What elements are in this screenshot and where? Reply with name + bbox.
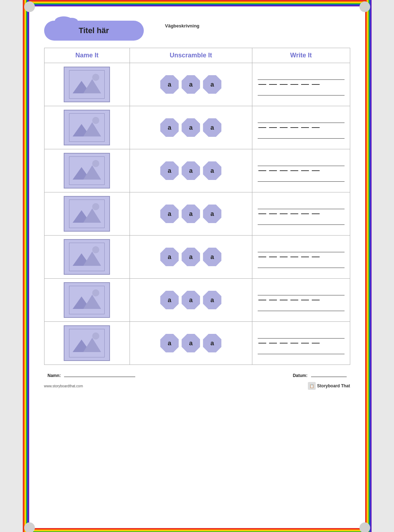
write-cell — [252, 279, 350, 322]
name-cell — [44, 106, 130, 149]
dash — [258, 257, 266, 257]
letter-bubble: a — [182, 334, 200, 352]
table-header-row: Name It Unscramble It Write It — [44, 48, 350, 63]
svg-point-7 — [92, 117, 99, 124]
dash — [258, 343, 266, 344]
name-cell — [44, 236, 130, 279]
name-field: Namn: — [48, 372, 136, 378]
image-placeholder — [64, 153, 110, 188]
write-line-2 — [258, 175, 345, 182]
letter-bubble: a — [182, 161, 200, 180]
image-placeholder — [64, 110, 110, 145]
svg-rect-20 — [69, 286, 105, 314]
logo-icon: 📋 — [308, 382, 316, 390]
write-area — [256, 287, 346, 313]
corner-top-right — [359, 1, 370, 12]
dash-line — [258, 340, 345, 346]
dash — [280, 300, 288, 300]
svg-point-23 — [92, 289, 99, 296]
main-table: Name It Unscramble It Write It aaa — [44, 48, 350, 365]
letter-bubbles: aaa — [133, 203, 248, 225]
corner-bottom-left — [24, 522, 35, 532]
write-cell — [252, 106, 350, 149]
write-line-2 — [258, 132, 345, 139]
dash — [301, 127, 309, 128]
image-placeholder — [64, 196, 110, 232]
name-cell — [44, 63, 130, 106]
write-cell — [252, 322, 350, 365]
image-placeholder — [64, 67, 110, 102]
write-line-2 — [258, 348, 345, 354]
dash — [301, 300, 309, 300]
write-cell — [252, 192, 350, 236]
unscramble-cell: aaa — [130, 106, 252, 149]
letter-bubbles: aaa — [133, 73, 248, 95]
dash — [301, 84, 309, 85]
dash — [280, 127, 288, 128]
dash — [258, 127, 266, 128]
dash — [269, 213, 277, 214]
dash — [290, 343, 298, 344]
dash — [312, 213, 320, 214]
dash-line — [258, 81, 345, 88]
rainbow-border-right — [365, 0, 372, 532]
letter-bubble: a — [203, 161, 221, 180]
letter-bubble: a — [160, 291, 179, 309]
name-cell — [44, 279, 130, 322]
write-line-1 — [258, 203, 345, 209]
unscramble-cell: aaa — [130, 192, 252, 236]
write-line-2 — [258, 89, 345, 95]
dash — [301, 257, 309, 257]
table-row: aaa — [44, 322, 350, 365]
name-cell — [44, 149, 130, 192]
storyboard-logo: 📋 Storyboard That — [308, 382, 350, 390]
directions-area: Vägbeskrivning — [165, 21, 200, 29]
bottom-bar: www.storyboardthat.com 📋 Storyboard That — [44, 382, 350, 390]
write-line-1 — [258, 332, 345, 339]
dash-line — [258, 167, 345, 174]
dash — [269, 127, 277, 128]
dash — [269, 84, 277, 85]
letter-bubble: a — [182, 205, 200, 223]
rainbow-border-bottom — [23, 528, 372, 532]
table-row: aaa — [44, 192, 350, 236]
dash — [290, 257, 298, 257]
col-header-write: Write It — [252, 48, 350, 63]
name-line — [64, 377, 135, 377]
write-area — [256, 115, 346, 140]
rainbow-border-left — [23, 0, 29, 532]
dash — [258, 300, 266, 300]
table-row: aaa — [44, 149, 350, 192]
dash-line — [258, 211, 345, 217]
dash — [290, 300, 298, 300]
dash — [290, 170, 298, 171]
dash — [290, 213, 298, 214]
dash — [301, 213, 309, 214]
write-line-2 — [258, 262, 345, 268]
write-line-2 — [258, 305, 345, 311]
write-area — [256, 72, 346, 97]
write-line-1 — [258, 160, 345, 166]
dash-line — [258, 254, 345, 260]
table-row: aaa — [44, 279, 350, 322]
write-line-1 — [258, 73, 345, 80]
dash — [312, 127, 320, 128]
svg-point-19 — [92, 246, 99, 253]
dash — [301, 343, 309, 344]
header: Titel här Vägbeskrivning — [44, 21, 350, 41]
letter-bubble: a — [160, 75, 179, 94]
unscramble-cell: aaa — [130, 63, 252, 106]
svg-point-15 — [92, 203, 99, 210]
write-line-1 — [258, 117, 345, 123]
image-placeholder — [64, 325, 110, 361]
page: Titel här Vägbeskrivning Name It Unscram… — [23, 0, 372, 532]
letter-bubble: a — [182, 248, 200, 266]
date-field: Datum: — [293, 372, 347, 378]
write-cell — [252, 236, 350, 279]
table-row: aaa — [44, 236, 350, 279]
dash-line — [258, 124, 345, 131]
letter-bubble: a — [160, 334, 179, 352]
letter-bubbles: aaa — [133, 332, 248, 354]
dash — [258, 170, 266, 171]
dash — [312, 343, 320, 344]
